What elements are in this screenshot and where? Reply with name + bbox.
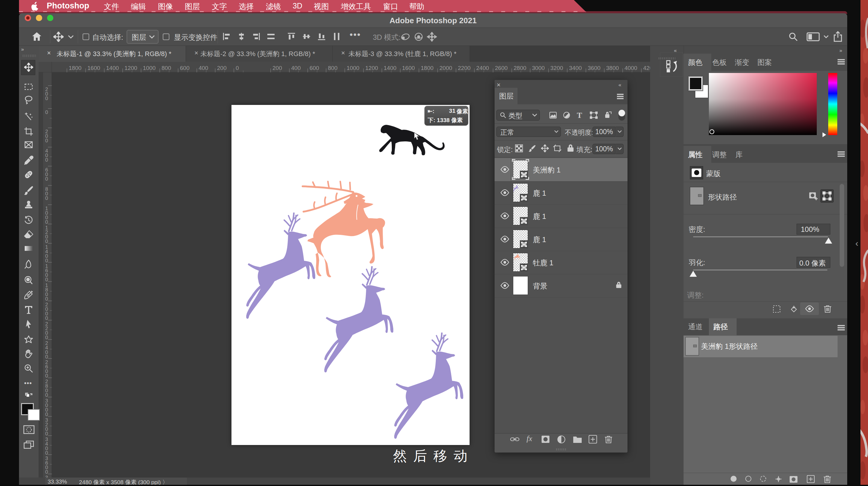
svg-text:0: 0 [45, 354, 48, 360]
svg-text:0: 0 [45, 431, 48, 436]
svg-text:1600: 1600 [402, 65, 415, 71]
svg-text:3200: 3200 [550, 65, 563, 71]
svg-text:0: 0 [236, 65, 239, 71]
svg-text:400: 400 [291, 65, 301, 71]
svg-text:2400: 2400 [476, 65, 489, 71]
svg-text:2000: 2000 [439, 65, 452, 71]
svg-text:2600: 2600 [495, 65, 507, 71]
svg-text:2800: 2800 [514, 65, 526, 71]
svg-text:0: 0 [45, 335, 48, 340]
svg-text:1800: 1800 [69, 65, 82, 71]
svg-text:0: 0 [45, 195, 48, 201]
svg-text:1400: 1400 [384, 65, 396, 71]
svg-text:800: 800 [161, 65, 171, 71]
svg-text:0: 0 [45, 469, 48, 475]
svg-text:0: 0 [45, 450, 48, 456]
svg-text:3400: 3400 [569, 65, 582, 71]
svg-text:1000: 1000 [347, 65, 359, 71]
svg-text:1000: 1000 [143, 65, 156, 71]
svg-text:2200: 2200 [458, 65, 470, 71]
svg-text:3800: 3800 [606, 65, 619, 71]
svg-text:0: 0 [45, 277, 48, 282]
svg-text:3: 3 [45, 475, 48, 478]
svg-text:0: 0 [45, 296, 48, 302]
svg-text:0: 0 [45, 138, 48, 144]
svg-text:1200: 1200 [124, 65, 137, 71]
svg-text:0: 0 [45, 157, 48, 163]
svg-text:600: 600 [310, 65, 319, 71]
svg-text:600: 600 [180, 65, 190, 71]
svg-text:0: 0 [45, 412, 48, 417]
svg-text:0: 0 [45, 392, 48, 398]
svg-text:400: 400 [198, 65, 208, 71]
svg-text:0: 0 [45, 258, 48, 264]
svg-text:1800: 1800 [421, 65, 433, 71]
svg-text:3000: 3000 [532, 65, 545, 71]
svg-text:1400: 1400 [106, 65, 119, 71]
svg-text:0: 0 [45, 96, 48, 101]
svg-text:4000: 4000 [624, 65, 637, 71]
svg-text:0: 0 [45, 219, 48, 225]
svg-text:0: 0 [45, 239, 48, 244]
svg-text:800: 800 [328, 65, 338, 71]
svg-text:3600: 3600 [588, 65, 600, 71]
svg-text:1200: 1200 [365, 65, 378, 71]
svg-text:0: 0 [45, 110, 48, 115]
svg-text:200: 200 [217, 65, 227, 71]
svg-text:0: 0 [45, 373, 48, 379]
svg-text:1600: 1600 [87, 65, 100, 71]
svg-text:200: 200 [273, 65, 282, 71]
svg-text:0: 0 [45, 176, 48, 182]
svg-text:0: 0 [45, 315, 48, 321]
